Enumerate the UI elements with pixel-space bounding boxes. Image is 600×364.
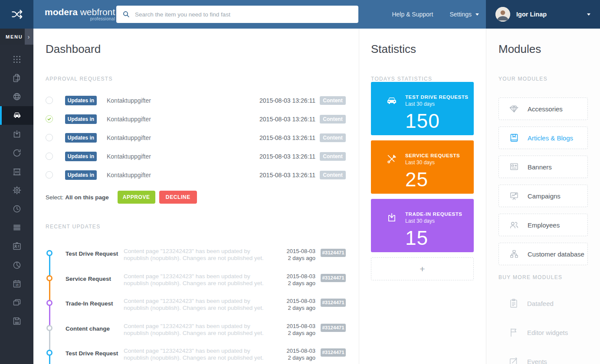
recent-update-item[interactable]: Test Drive Request Content page "1232424…	[46, 343, 346, 364]
module-editor-widgets[interactable]: Editor widgets	[498, 321, 588, 344]
user-menu[interactable]: Igor Linap	[486, 0, 600, 29]
stat-card-label: SERVICE REQUESTS	[405, 153, 474, 158]
approval-item-name[interactable]: Kontaktuppgifter	[107, 116, 151, 123]
timeline-dot	[46, 300, 52, 306]
stat-card-text: TEST DRIVE REQUESTS Last 30 days	[405, 94, 474, 107]
module-customer-database[interactable]: Customer database	[498, 243, 588, 265]
sidebar-item-history[interactable]	[0, 200, 33, 218]
sidebar-item-settings[interactable]	[0, 181, 33, 199]
module-accessories[interactable]: Accessories	[498, 98, 588, 120]
stat-card-value: 15	[405, 228, 474, 248]
approve-button[interactable]: APPROVE	[118, 191, 155, 204]
sidebar-item-inbox[interactable]	[0, 125, 33, 143]
module-events[interactable]: Events	[498, 350, 588, 364]
approval-timestamp: 2015-08-03 13:26:11	[259, 97, 315, 104]
settings-menu[interactable]: Settings	[449, 11, 479, 18]
module-label: Customer database	[528, 250, 584, 258]
sidebar-item-contacts[interactable]	[0, 237, 33, 256]
approval-list: Updates in Kontaktuppgifter 2015-08-03 1…	[46, 91, 346, 184]
collapse-menu-button[interactable]	[0, 0, 33, 29]
apps-grid-icon	[12, 54, 22, 65]
module-label: Editor widgets	[527, 329, 568, 336]
stat-card-value: 150	[405, 111, 474, 131]
search-bar[interactable]	[116, 6, 358, 23]
add-statistic-card[interactable]: +	[371, 257, 474, 280]
module-banners[interactable]: Banners	[498, 156, 588, 178]
recent-description: Content page "123242423" has been update…	[124, 343, 281, 364]
statistics-title: Statistics	[371, 42, 474, 56]
recent-update-item[interactable]: Test Drive Request Content page "1232424…	[46, 243, 346, 268]
sidebar-item-save[interactable]	[0, 312, 33, 331]
sidebar-item-dealership[interactable]	[0, 162, 33, 181]
updates-in-badge[interactable]: Updates in	[65, 96, 97, 105]
check-icon	[47, 117, 51, 121]
recent-update-item[interactable]: Service Request Content page "123242423"…	[46, 268, 346, 293]
module-employees[interactable]: Employees	[498, 214, 588, 236]
stat-card-trade-in[interactable]: TRADE-IN REQUESTS Last 30 days 15	[371, 199, 474, 252]
approval-row: Updates in Kontaktuppgifter 2015-08-03 1…	[46, 166, 346, 184]
approval-actions: Select:All on this page APPROVE DECLINE	[46, 191, 346, 204]
sidebar-item-lists[interactable]	[0, 218, 33, 237]
approval-radio[interactable]	[46, 153, 53, 160]
gear-icon	[12, 185, 22, 195]
approval-radio[interactable]	[46, 134, 53, 141]
recent-update-item[interactable]: Content change Content page "123242423" …	[46, 318, 346, 343]
stat-card-test-drive[interactable]: TEST DRIVE REQUESTS Last 30 days 150	[371, 82, 474, 135]
approval-item-name[interactable]: Kontaktuppgifter	[107, 134, 151, 141]
updates-in-badge[interactable]: Updates in	[65, 170, 97, 180]
sidebar-item-pages[interactable]	[0, 68, 33, 87]
module-articles-blogs[interactable]: Articles & Blogs	[498, 127, 588, 149]
approval-radio[interactable]	[46, 97, 53, 104]
approval-requests-header: APPROVAL REQUESTS	[46, 76, 346, 82]
approval-timestamp: 2015-08-03 13:26:11	[259, 153, 315, 160]
module-campaigns[interactable]: Campaigns	[498, 185, 588, 207]
sidebar-item-windows[interactable]	[0, 293, 33, 312]
approval-row: Updates in Kontaktuppgifter 2015-08-03 1…	[46, 147, 346, 166]
sidebar-item-calendar[interactable]: 15	[0, 274, 33, 293]
module-datafeed[interactable]: Datafeed	[498, 292, 588, 315]
recent-update-item[interactable]: Trade-In Request Content page "123242423…	[46, 293, 346, 318]
sidebar-item-reports[interactable]	[0, 256, 33, 274]
book-icon	[508, 132, 520, 143]
approval-item-name[interactable]: Kontaktuppgifter	[107, 153, 151, 160]
help-support-link[interactable]: Help & Support	[392, 11, 433, 18]
content-tag: Content	[320, 115, 346, 124]
approval-item-name[interactable]: Kontaktuppgifter	[107, 172, 151, 179]
recent-updates-list: Test Drive Request Content page "1232424…	[46, 243, 346, 364]
select-all-link[interactable]: All on this page	[65, 194, 109, 201]
decline-button[interactable]: DECLINE	[159, 191, 197, 204]
module-label: Campaigns	[528, 192, 561, 200]
module-label: Employees	[528, 221, 560, 229]
select-label: Select:All on this page	[46, 194, 109, 201]
module-label: Datafeed	[527, 300, 554, 307]
dashboard-column: Dashboard APPROVAL REQUESTS Updates in K…	[33, 29, 359, 364]
content-tag: Content	[320, 171, 346, 179]
approval-timestamp: 2015-08-03 13:26:11	[259, 172, 315, 179]
sidebar-item-apps[interactable]	[0, 50, 33, 68]
sidebar-item-refresh[interactable]	[0, 143, 33, 162]
stat-card-service[interactable]: SERVICE REQUESTS Last 30 days 25	[371, 140, 474, 194]
timeline-rail	[46, 268, 52, 293]
updates-in-badge[interactable]: Updates in	[65, 152, 97, 161]
approval-radio[interactable]	[46, 115, 53, 123]
updates-in-badge[interactable]: Updates in	[65, 133, 97, 143]
settings-label: Settings	[449, 11, 472, 18]
id-card-icon	[12, 241, 22, 251]
updates-in-badge[interactable]: Updates in	[65, 114, 97, 124]
list-icon	[12, 222, 22, 233]
approval-item-name[interactable]: Kontaktuppgifter	[107, 97, 151, 104]
content-tag: Content	[320, 133, 346, 142]
sidebar-item-web[interactable]	[0, 87, 33, 106]
search-input[interactable]	[135, 11, 352, 18]
statistics-column: Statistics TODAYS STATISTICS TEST DRIVE …	[359, 29, 486, 364]
timeline-dot	[46, 275, 52, 281]
module-label: Events	[527, 358, 547, 364]
windows-icon	[12, 297, 22, 308]
pages-icon	[12, 73, 22, 83]
sidebar-item-vehicles[interactable]	[0, 106, 33, 125]
chevron-right-icon[interactable]: ›	[25, 29, 33, 45]
timeline-dot	[46, 350, 52, 356]
menu-toggle[interactable]: MENU ›	[0, 29, 33, 45]
menu-label: MENU	[6, 34, 23, 39]
approval-radio[interactable]	[46, 171, 53, 179]
